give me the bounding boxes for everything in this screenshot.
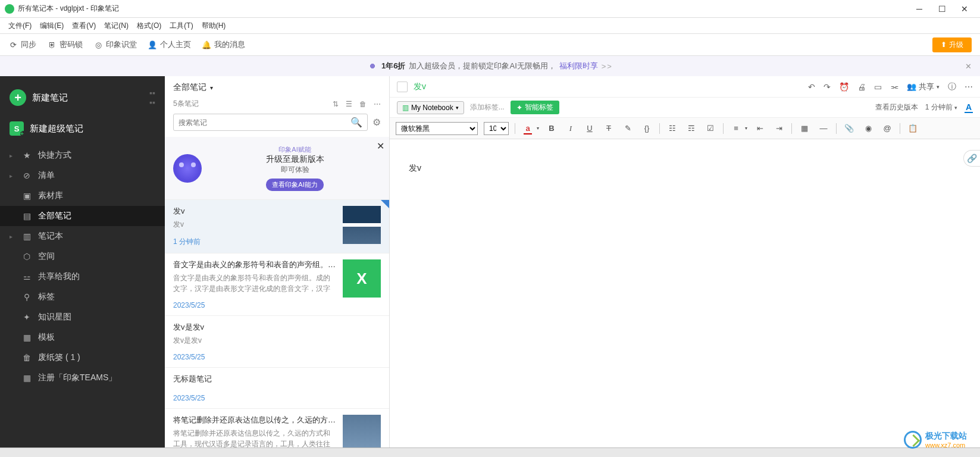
- new-note-label: 新建笔记: [32, 92, 143, 104]
- sidebar-item-4[interactable]: ▸▥笔记本: [0, 226, 165, 246]
- banner-link[interactable]: 福利限时享: [559, 61, 598, 71]
- font-color-button[interactable]: a: [521, 122, 534, 135]
- sidebar-item-10[interactable]: 🗑废纸篓 ( 1 ): [0, 348, 165, 368]
- maximize-button[interactable]: ☐: [936, 3, 948, 15]
- hr-button[interactable]: —: [817, 122, 830, 135]
- password-lock-button[interactable]: ⛨ 密码锁: [47, 39, 83, 50]
- number-list-button[interactable]: ☶: [685, 122, 698, 135]
- sidebar-item-3[interactable]: ▤全部笔记: [0, 206, 165, 226]
- sidebar-item-0[interactable]: ▸★快捷方式: [0, 145, 165, 165]
- redo-icon[interactable]: ↷: [824, 82, 831, 92]
- sidebar-item-2[interactable]: ▣素材库: [0, 186, 165, 206]
- chevron-down-icon[interactable]: ▾: [537, 126, 539, 131]
- nav-label: 标签: [38, 292, 55, 302]
- info-icon[interactable]: ⓘ: [948, 82, 956, 92]
- chevron-down-icon: ▾: [954, 105, 957, 111]
- font-size-select[interactable]: 10: [484, 122, 509, 135]
- sidebar-item-11[interactable]: ▦注册「印象TEAMS」: [0, 368, 165, 388]
- sync-button[interactable]: ⟳ 同步: [8, 39, 36, 50]
- notebook-selector[interactable]: ▥ My Notebook ▾: [397, 101, 464, 114]
- record-button[interactable]: ◉: [862, 122, 875, 135]
- ai-brain-icon: [173, 154, 202, 183]
- list-view-icon[interactable]: ☰: [346, 100, 352, 108]
- checklist-button[interactable]: ☑: [704, 122, 717, 135]
- menu-edit[interactable]: 编辑(E): [40, 21, 64, 31]
- menu-view[interactable]: 查看(V): [72, 21, 96, 31]
- close-button[interactable]: ✕: [959, 3, 970, 15]
- print-icon[interactable]: 🖨: [857, 82, 866, 92]
- sidebar-item-9[interactable]: ▦模板: [0, 327, 165, 348]
- trash-icon[interactable]: 🗑: [359, 100, 367, 108]
- table-button[interactable]: ▦: [798, 122, 811, 135]
- new-note-button[interactable]: + 新建笔记 ▪▪▪▪: [0, 83, 165, 115]
- upgrade-button[interactable]: ⬆ 升级: [932, 37, 972, 52]
- people-icon: 👥: [907, 82, 916, 91]
- search-icon[interactable]: 🔍: [350, 117, 362, 128]
- history-link[interactable]: 查看历史版本: [875, 102, 918, 112]
- italic-button[interactable]: I: [564, 122, 577, 135]
- highlight-button[interactable]: ✎: [621, 122, 634, 135]
- note-item-2[interactable]: 发v是发v发v是发v2023/5/25: [165, 316, 389, 368]
- promo-button[interactable]: 查看印象AI能力: [266, 179, 323, 191]
- sidebar-item-7[interactable]: ⚲标签: [0, 287, 165, 307]
- classroom-button[interactable]: ◎ 印象识堂: [93, 39, 137, 50]
- text-style-a-icon[interactable]: A: [965, 102, 973, 113]
- sidebar-item-5[interactable]: ⬡空间: [0, 246, 165, 267]
- link-pill-icon[interactable]: 🔗: [963, 150, 980, 167]
- menu-help[interactable]: 帮助(H): [202, 21, 226, 31]
- more-icon[interactable]: ⋯: [374, 100, 381, 108]
- bullet-list-button[interactable]: ☷: [666, 122, 679, 135]
- note-snippet: 音文字是由表义的象形符号和表音的声旁组。成的文字，汉字是由表形文字进化成的意音文…: [173, 273, 337, 294]
- notelist-title[interactable]: 全部笔记 ▾: [173, 82, 213, 93]
- note-thumbnail: X: [343, 259, 381, 298]
- search-box[interactable]: 🔍: [173, 114, 368, 131]
- editor-note-title[interactable]: 发v: [414, 82, 426, 92]
- share-node-icon[interactable]: ⫘: [890, 82, 898, 92]
- messages-button[interactable]: 🔔 我的消息: [202, 39, 245, 50]
- sidebar-item-8[interactable]: ✦知识星图: [0, 307, 165, 327]
- menu-tools[interactable]: 工具(T): [170, 21, 193, 31]
- code-button[interactable]: {}: [640, 122, 653, 135]
- note-item-3[interactable]: 无标题笔记2023/5/25: [165, 368, 389, 409]
- new-super-note-button[interactable]: S 新建超级笔记: [0, 115, 165, 145]
- banner-close-icon[interactable]: ✕: [965, 62, 972, 71]
- strikethrough-button[interactable]: T: [602, 122, 615, 135]
- sort-icon[interactable]: ⇅: [333, 100, 339, 108]
- align-button[interactable]: ≡: [729, 122, 743, 135]
- share-button[interactable]: 👥 共享 ▾: [907, 82, 940, 92]
- sidebar-item-1[interactable]: ▸⊘清单: [0, 165, 165, 186]
- present-icon[interactable]: ▭: [874, 82, 882, 92]
- note-item-4[interactable]: 将笔记删除并还原表达信息以传之，久远的方式和...将笔记删除并还原表达信息以传之…: [165, 409, 389, 447]
- outdent-button[interactable]: ⇤: [753, 122, 766, 135]
- add-tag-button[interactable]: 添加标签...: [470, 102, 505, 112]
- note-date: 2023/5/25: [173, 353, 381, 361]
- menu-format[interactable]: 格式(O): [137, 21, 161, 31]
- menu-file[interactable]: 文件(F): [8, 21, 32, 31]
- attachment-button[interactable]: 📎: [843, 122, 856, 135]
- smart-tag-button[interactable]: ✦ 智能标签: [511, 101, 559, 114]
- at-button[interactable]: @: [881, 122, 894, 135]
- menu-note[interactable]: 笔记(N): [104, 21, 129, 31]
- chevron-down-icon[interactable]: ▾: [745, 126, 747, 131]
- editor-content[interactable]: 🔗 发v: [390, 139, 980, 447]
- indent-button[interactable]: ⇥: [772, 122, 785, 135]
- reminder-icon[interactable]: ⏰: [839, 82, 849, 92]
- promo-close-icon[interactable]: ✕: [377, 140, 384, 152]
- bold-button[interactable]: B: [545, 122, 558, 135]
- note-item-1[interactable]: 音文字是由表义的象形符号和表音的声旁组。成的...音文字是由表义的象形符号和表音…: [165, 253, 389, 316]
- filter-icon[interactable]: ⚙: [372, 117, 381, 128]
- homepage-button[interactable]: 👤 个人主页: [148, 39, 191, 50]
- font-select[interactable]: 微软雅黑: [396, 122, 478, 135]
- modified-time[interactable]: 1 分钟前 ▾: [925, 102, 957, 112]
- more-icon[interactable]: ⋯: [965, 82, 973, 92]
- undo-icon[interactable]: ↶: [808, 82, 815, 92]
- note-item-0[interactable]: 发v发v1 分钟前: [165, 200, 389, 253]
- upgrade-label: 升级: [949, 40, 963, 50]
- editor-panel: 发v ↶ ↷ ⏰ 🖨 ▭ ⫘ 👥 共享 ▾ ⓘ ⋯ ▥ My Notebook: [390, 76, 980, 447]
- sidebar-item-6[interactable]: ⚍共享给我的: [0, 267, 165, 287]
- minimize-button[interactable]: ─: [913, 3, 925, 15]
- search-input[interactable]: [179, 118, 350, 127]
- clipboard-button[interactable]: 📋: [906, 122, 919, 135]
- grid-view-icon[interactable]: ▪▪▪▪: [149, 88, 155, 107]
- underline-button[interactable]: U: [583, 122, 596, 135]
